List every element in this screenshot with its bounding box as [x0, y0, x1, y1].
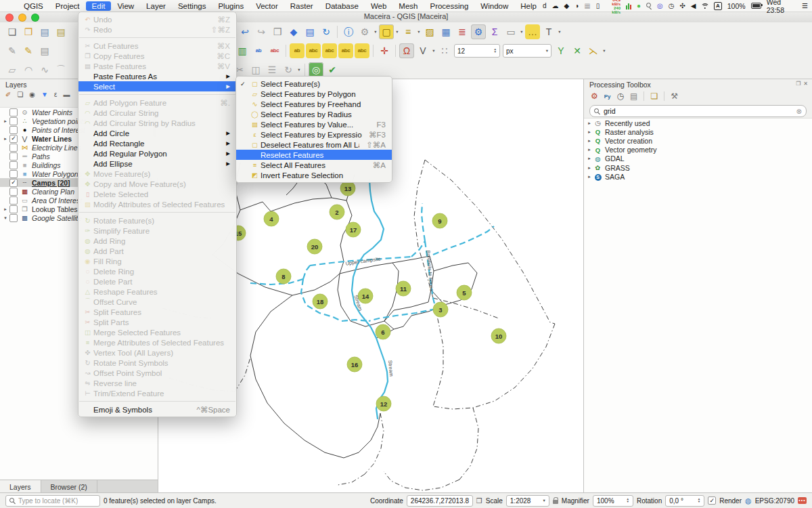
status-dot-icon[interactable]: ● — [637, 3, 641, 9]
project-save[interactable]: ▤ — [37, 24, 52, 39]
merge-attributes[interactable]: ☰ — [265, 62, 279, 77]
text-annotation[interactable]: T — [541, 24, 556, 39]
show-bookmarks[interactable]: ▤ — [302, 24, 317, 39]
volume-icon[interactable]: ◀ — [691, 3, 696, 9]
labeling-off[interactable]: abc — [267, 43, 282, 58]
toolbox-group-saga[interactable]: ▸SSAGA — [584, 172, 812, 181]
menubar-item-edit[interactable]: Edit — [86, 1, 112, 11]
cloud-icon[interactable]: ☁ — [551, 3, 558, 9]
menubar-item-vector[interactable]: Vector — [250, 1, 284, 11]
chevron-down-icon[interactable]: ▾ — [373, 29, 378, 35]
keyboard-icon[interactable]: ✣ — [679, 3, 685, 9]
select-menu-item-select-features-by-value[interactable]: ▤Select Features by Value...F3 — [236, 119, 392, 129]
snapping-mode[interactable]: V — [415, 43, 430, 58]
topological-editing[interactable]: Y — [554, 43, 568, 58]
menubar-item-database[interactable]: Database — [319, 1, 365, 11]
toolbox-group-recently-used[interactable]: ▸◷Recently used — [584, 119, 812, 127]
chevron-down-icon[interactable]: ▾ — [431, 48, 436, 54]
identify-features[interactable]: ⓘ — [341, 24, 356, 39]
expand-icon[interactable]: ▸ — [586, 129, 593, 135]
menubar-item-help[interactable]: Help — [514, 1, 543, 11]
chevron-down-icon[interactable]: ▾ — [602, 48, 607, 54]
edit-menu-item-delete-selected[interactable]: ▯Delete Selected — [78, 189, 236, 199]
expand-icon[interactable]: ▸ — [586, 121, 593, 126]
zoom-to-selection[interactable]: ◎ — [309, 62, 323, 77]
open-attribute-table[interactable]: ▦ — [438, 24, 453, 39]
edit-menu-item-simplify-feature[interactable]: ✑Simplify Feature — [78, 226, 236, 236]
rotation-input[interactable]: 0,0 ° ▲▼ — [665, 495, 704, 507]
edit-menu-item-add-part[interactable]: ◍Add Part — [78, 246, 236, 256]
edit-menu-item-add-circle[interactable]: Add Circle▶ — [78, 128, 236, 138]
layer-checkbox[interactable] — [9, 214, 18, 222]
add-group-icon[interactable]: ❏ — [17, 91, 23, 98]
clip-icon[interactable]: ▯ — [596, 3, 600, 9]
select-menu-item-select-features-by-polygon[interactable]: ▱Select Features by Polygon — [236, 89, 392, 99]
edit-menu-item-delete-ring[interactable]: ◌Delete Ring — [78, 266, 236, 276]
menubar-item-mesh[interactable]: Mesh — [392, 1, 424, 11]
close-panel-icon[interactable]: ✕ — [803, 81, 808, 87]
zoom-last[interactable]: ↩ — [238, 24, 252, 39]
dock-tab-browser-2[interactable]: Browser (2) — [41, 480, 97, 493]
menubar-item-settings[interactable]: Settings — [172, 1, 212, 11]
layer-checkbox[interactable] — [9, 108, 18, 117]
label-highlight[interactable]: abc — [306, 43, 321, 58]
project-open[interactable]: ❐ — [21, 24, 36, 39]
edit-menu-item-trim-extend-feature[interactable]: ⊢Trim/Extend Feature — [78, 388, 236, 398]
toggle-editing[interactable]: ✎ — [21, 43, 36, 58]
labeling-options[interactable]: ab — [251, 43, 266, 58]
menubar-item-layer[interactable]: Layer — [140, 1, 172, 11]
edit-menu-item-add-regular-polygon[interactable]: Add Regular Polygon▶ — [78, 148, 236, 158]
rotate-point-symbols[interactable]: ↻ — [281, 62, 296, 77]
edit-menu-item-split-features[interactable]: ✂Split Features — [78, 307, 236, 317]
layer-checkbox[interactable] — [9, 144, 18, 152]
select-menu-item-select-all-features[interactable]: ≡Select All Features⌘A — [236, 160, 392, 170]
new-map-view[interactable]: ❒ — [270, 24, 285, 39]
gauge-icon[interactable] — [626, 3, 631, 9]
layer-checkbox[interactable]: ✓ — [9, 135, 18, 143]
field-calculator[interactable]: ≣ — [455, 24, 470, 39]
lock-scale-icon[interactable] — [553, 500, 558, 504]
deselect-features[interactable]: ▨ — [422, 24, 437, 39]
edit-menu-item-reverse-line[interactable]: ⇋Reverse line — [78, 378, 236, 388]
spotlight-icon[interactable] — [646, 3, 652, 9]
layer-checkbox[interactable] — [9, 196, 18, 205]
edit-menu-item-vertex-tool-all-layers[interactable]: ✜Vertex Tool (All Layers) — [78, 347, 236, 358]
input-source-icon[interactable]: A — [714, 2, 722, 10]
edit-menu-item-add-ellipse[interactable]: Add Ellipse▶ — [78, 158, 236, 169]
label-pin[interactable]: ab — [290, 43, 304, 58]
expand-icon[interactable]: ▸ — [586, 147, 593, 152]
label-move[interactable]: abc — [322, 43, 337, 58]
dock-tab-layers[interactable]: Layers — [0, 480, 41, 493]
timemachine-icon[interactable]: ◷ — [669, 3, 675, 9]
extents-icon[interactable]: ❒ — [476, 497, 482, 505]
edit-menu-item-split-parts[interactable]: ✂Split Parts — [78, 317, 236, 327]
edit-menu-item-delete-part[interactable]: ◌Delete Part — [78, 276, 236, 287]
menubar-item-processing[interactable]: Processing — [424, 1, 474, 11]
package-icon[interactable]: ◆ — [564, 3, 569, 9]
layer-checkbox[interactable] — [9, 205, 18, 213]
snapping-units[interactable]: px▾ — [503, 44, 551, 58]
edit-menu-item-redo[interactable]: ↷Redo⇧⌘Z — [78, 24, 236, 35]
menubar-item-view[interactable]: View — [111, 1, 140, 11]
menu-lines-icon[interactable]: ☰ — [802, 3, 808, 9]
edit-menu-item-add-polygon-feature[interactable]: ▱Add Polygon Feature⌘. — [78, 98, 236, 108]
chevron-down-icon[interactable]: ▾ — [557, 29, 562, 35]
edit-menu-item-copy-features[interactable]: ❐Copy Features⌘C — [78, 51, 236, 61]
menubar-item-project[interactable]: Project — [49, 1, 86, 11]
select-menu-item-deselect-features-from-all-layers[interactable]: ▢Deselect Features from All Layers⇧⌘A — [236, 140, 392, 150]
clear-search-icon[interactable]: ⊗ — [796, 108, 802, 115]
window-grid-icon[interactable]: ▦ — [584, 3, 590, 9]
expand-icon[interactable]: ▸ — [586, 165, 593, 171]
expand-icon[interactable]: ▸ — [2, 136, 9, 142]
edit-menu-item-copy-and-move-feature-s[interactable]: ✥Copy and Move Feature(s) — [78, 179, 236, 189]
python-icon[interactable]: Py — [604, 93, 611, 100]
edit-menu-item-add-circular-string[interactable]: ◠Add Circular String — [78, 108, 236, 118]
chevron-down-icon[interactable]: ▾ — [394, 29, 400, 35]
processing-toolbox-button[interactable]: ⚙ — [471, 24, 486, 39]
stepper-icon[interactable]: ▲▼ — [491, 48, 497, 54]
wifi-icon[interactable] — [701, 3, 708, 9]
edit-menu-item-add-ring[interactable]: ◍Add Ring — [78, 236, 236, 246]
select-menu-item-select-features-by-freehand[interactable]: ∿Select Features by Freehand — [236, 99, 392, 109]
snapping-type[interactable]: ∷ — [437, 43, 452, 58]
filter-legend-icon[interactable]: ▼ — [41, 91, 48, 98]
